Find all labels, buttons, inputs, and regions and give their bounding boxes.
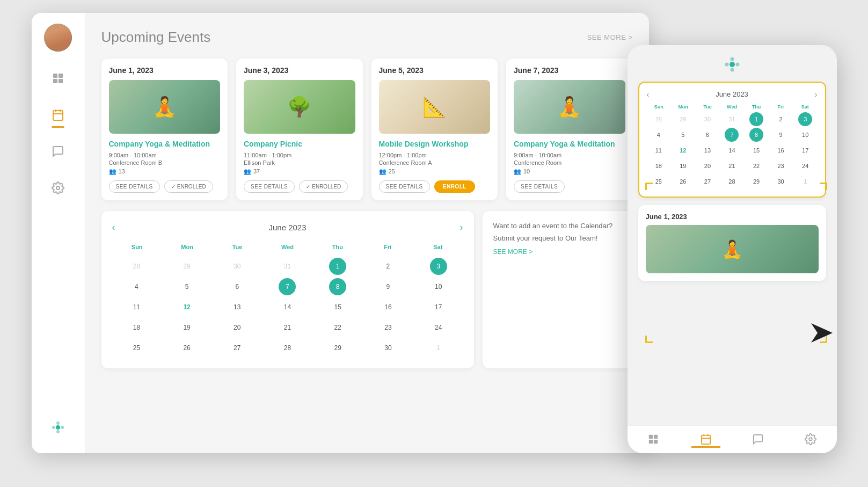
mini-cal-cell[interactable]: 17 xyxy=(798,143,812,157)
mini-cal-next[interactable]: › xyxy=(815,90,818,99)
mini-cal-cell[interactable]: 16 xyxy=(774,143,788,157)
cal-cell[interactable]: 23 xyxy=(380,319,397,336)
corner-marker-tr xyxy=(820,183,827,190)
event-img-picnic xyxy=(244,80,355,134)
cal-cell[interactable]: 2 xyxy=(380,258,397,275)
cal-cell[interactable]: 28 xyxy=(279,339,296,357)
mini-cal-cell[interactable]: 27 xyxy=(701,175,714,188)
cal-cell-7[interactable]: 7 xyxy=(279,278,296,295)
see-details-btn-4[interactable]: SEE DETAILS xyxy=(514,180,565,193)
cal-cell[interactable]: 29 xyxy=(329,339,346,357)
cal-cell[interactable]: 29 xyxy=(178,258,195,275)
cal-cell-8[interactable]: 8 xyxy=(329,278,346,295)
cal-cell[interactable]: 31 xyxy=(279,258,296,275)
cal-cell[interactable]: 30 xyxy=(229,258,246,275)
sidebar-item-chat[interactable] xyxy=(47,141,69,162)
cal-cell[interactable]: 17 xyxy=(430,299,447,316)
see-details-btn-3[interactable]: SEE DETAILS xyxy=(379,180,430,193)
mini-cal-cell[interactable]: 6 xyxy=(701,128,714,142)
cal-cell[interactable]: 1 xyxy=(430,339,447,357)
cal-cell-1[interactable]: 1 xyxy=(329,258,346,275)
mini-cal-cell[interactable]: 2 xyxy=(774,112,788,126)
mini-cal-cell[interactable]: 4 xyxy=(652,128,666,142)
cal-cell[interactable]: 9 xyxy=(380,278,397,295)
mini-cal-cell[interactable]: 29 xyxy=(676,112,690,126)
see-details-btn-2[interactable]: SEE DETAILS xyxy=(244,180,295,193)
calendar-days-header: Sun Mon Tue Wed Thu Fri Sat xyxy=(112,242,463,252)
enrolled-btn-2[interactable]: ✓ ENROLLED xyxy=(299,180,348,193)
cal-cell[interactable]: 21 xyxy=(279,319,296,336)
mini-cal-cell[interactable]: 21 xyxy=(725,159,739,173)
mini-cal-cell[interactable]: 28 xyxy=(725,175,739,188)
mini-cal-cell-7[interactable]: 7 xyxy=(725,128,739,142)
mini-cal-cell[interactable]: 18 xyxy=(652,159,666,173)
mini-cal-cell[interactable]: 10 xyxy=(798,128,812,142)
mini-cal-cell-12[interactable]: 12 xyxy=(676,143,690,157)
cal-cell-3[interactable]: 3 xyxy=(430,258,447,275)
mini-cal-cell-8[interactable]: 8 xyxy=(749,128,763,142)
cal-cell[interactable]: 15 xyxy=(329,299,346,316)
cal-cell[interactable]: 18 xyxy=(128,319,145,336)
cal-cell[interactable]: 10 xyxy=(430,278,447,295)
mini-cal-cell[interactable]: 25 xyxy=(652,175,666,188)
enrolled-btn-1[interactable]: ✓ ENROLLED xyxy=(164,180,213,193)
mini-cal-cell[interactable]: 20 xyxy=(701,159,714,173)
cal-cell[interactable]: 28 xyxy=(128,258,145,275)
mobile-logo xyxy=(638,56,826,73)
mobile-overlay: ‹ June 2023 › Sun Mon Tue Wed Thu Fri Sa… xyxy=(628,45,837,453)
mobile-nav-chat[interactable] xyxy=(743,431,772,447)
cal-cell[interactable]: 5 xyxy=(178,278,195,295)
mini-cal-cell[interactable]: 14 xyxy=(725,143,739,157)
mini-cal-cell[interactable]: 15 xyxy=(749,143,763,157)
mini-cal-cell[interactable]: 30 xyxy=(701,112,714,126)
mini-cal-cell[interactable]: 1 xyxy=(798,175,812,188)
cal-cell[interactable]: 22 xyxy=(329,319,346,336)
cal-cell[interactable]: 30 xyxy=(380,339,397,357)
see-more-link[interactable]: SEE MORE > xyxy=(587,33,633,41)
cal-cell[interactable]: 24 xyxy=(430,319,447,336)
sidebar-item-calendar[interactable] xyxy=(47,104,69,126)
side-info-link[interactable]: SEE MORE > xyxy=(493,248,533,256)
cal-cell[interactable]: 26 xyxy=(178,339,195,357)
cal-cell[interactable]: 6 xyxy=(229,278,246,295)
cal-cell[interactable]: 19 xyxy=(178,319,195,336)
event-name-3: Mobile Design Workshop xyxy=(379,139,491,149)
cal-cell[interactable]: 27 xyxy=(229,339,246,357)
mini-cal-cell[interactable]: 24 xyxy=(798,159,812,173)
mini-cal-cell[interactable]: 23 xyxy=(774,159,788,173)
cal-prev-button[interactable]: ‹ xyxy=(112,222,115,233)
mobile-nav-dashboard[interactable] xyxy=(639,431,668,447)
mini-cal-prev[interactable]: ‹ xyxy=(647,90,650,99)
cal-cell[interactable]: 11 xyxy=(128,299,145,316)
avatar[interactable] xyxy=(44,24,72,52)
mini-cal-cell[interactable]: 31 xyxy=(725,112,739,126)
cal-cell[interactable]: 16 xyxy=(380,299,397,316)
mini-cal-cell-1[interactable]: 1 xyxy=(749,112,763,126)
cal-cell-12[interactable]: 12 xyxy=(178,299,195,316)
sidebar-item-settings[interactable] xyxy=(47,177,69,199)
cal-cell[interactable]: 14 xyxy=(279,299,296,316)
mini-cal-cell[interactable]: 11 xyxy=(652,143,666,157)
mini-cal-cell[interactable]: 28 xyxy=(652,112,666,126)
event-actions-3: SEE DETAILS ENROLL xyxy=(379,180,491,193)
enroll-btn-3[interactable]: ENROLL xyxy=(434,180,475,193)
mini-cal-cell-3[interactable]: 3 xyxy=(798,112,812,126)
mobile-nav-calendar[interactable] xyxy=(691,431,720,448)
mini-cal-cell[interactable]: 19 xyxy=(676,159,690,173)
cal-cell[interactable]: 4 xyxy=(128,278,145,295)
mini-cal-cell[interactable]: 9 xyxy=(774,128,788,142)
event-attendees-4: 👥 10 xyxy=(514,168,625,175)
mini-cal-cell[interactable]: 5 xyxy=(676,128,690,142)
mini-cal-cell[interactable]: 30 xyxy=(774,175,788,188)
sidebar-item-dashboard[interactable] xyxy=(47,68,69,89)
cal-next-button[interactable]: › xyxy=(459,222,463,233)
mini-cal-cell[interactable]: 26 xyxy=(676,175,690,188)
cal-cell[interactable]: 13 xyxy=(229,299,246,316)
mini-cal-cell[interactable]: 13 xyxy=(701,143,714,157)
cal-cell[interactable]: 20 xyxy=(229,319,246,336)
mini-cal-cell[interactable]: 29 xyxy=(749,175,763,188)
mini-cal-cell[interactable]: 22 xyxy=(749,159,763,173)
cal-cell[interactable]: 25 xyxy=(128,339,145,357)
mobile-nav-settings[interactable] xyxy=(796,431,825,447)
see-details-btn-1[interactable]: SEE DETAILS xyxy=(109,180,160,193)
